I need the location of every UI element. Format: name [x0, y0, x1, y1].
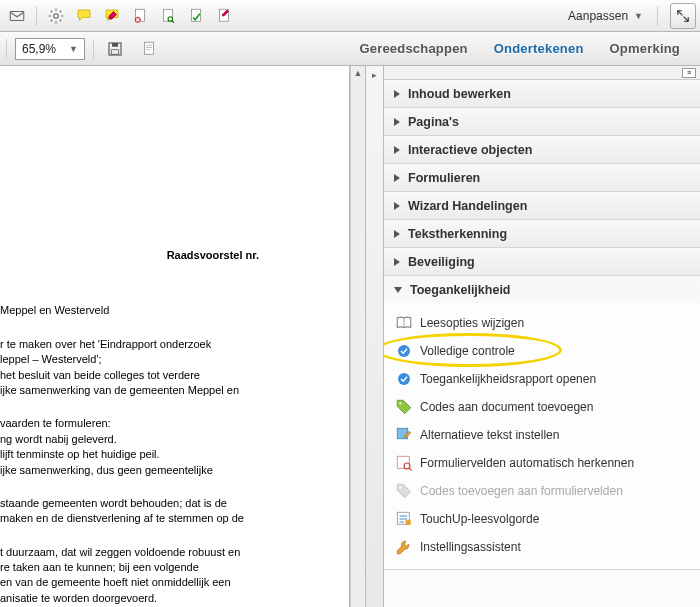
- triangle-right-icon: [394, 118, 400, 126]
- tab-comment[interactable]: Opmerking: [608, 37, 682, 60]
- check-badge-icon: [394, 341, 414, 361]
- svg-rect-0: [10, 11, 24, 20]
- svg-point-1: [54, 13, 59, 18]
- customize-menu[interactable]: Aanpassen ▼: [560, 7, 651, 25]
- triangle-down-icon: [394, 287, 402, 293]
- chevron-down-icon: ▼: [69, 44, 78, 54]
- doc-text: staande gemeenten wordt behouden; dat is…: [0, 496, 339, 527]
- image-edit-icon: [394, 425, 414, 445]
- doc-search-icon[interactable]: [155, 3, 181, 29]
- section-forms[interactable]: Formulieren: [384, 164, 700, 191]
- page-icon[interactable]: [136, 36, 162, 62]
- triangle-right-icon: [394, 258, 400, 266]
- tab-sign[interactable]: Ondertekenen: [492, 37, 586, 60]
- doc-text: vaarden te formuleren: ng wordt nabij ge…: [0, 416, 339, 478]
- triangle-right-icon: [394, 146, 400, 154]
- svg-point-12: [398, 345, 410, 357]
- tool-alt-text[interactable]: Alternatieve tekst instellen: [384, 421, 700, 449]
- triangle-right-icon: [394, 202, 400, 210]
- tag-disabled-icon: [394, 481, 414, 501]
- tool-add-tags-form: Codes toevoegen aan formuliervelden: [384, 477, 700, 505]
- panel-menu-icon[interactable]: ≡: [682, 68, 696, 78]
- reading-order-icon: [394, 509, 414, 529]
- doc-check-icon[interactable]: [183, 3, 209, 29]
- section-action-wizard[interactable]: Wizard Handelingen: [384, 192, 700, 219]
- section-accessibility[interactable]: Toegankelijkheid: [384, 276, 700, 303]
- gear-icon[interactable]: [43, 3, 69, 29]
- mail-icon[interactable]: [4, 3, 30, 29]
- book-icon: [394, 313, 414, 333]
- doc-text: Meppel en Westerveld: [0, 303, 339, 318]
- tab-tools[interactable]: Gereedschappen: [357, 37, 469, 60]
- tool-full-check[interactable]: Volledige controle: [384, 337, 700, 365]
- section-security[interactable]: Beveiliging: [384, 248, 700, 275]
- zoom-level-combo[interactable]: 65,9% ▼: [15, 38, 85, 60]
- tag-icon: [394, 397, 414, 417]
- tool-open-report[interactable]: Toegankelijkheidsrapport openen: [384, 365, 700, 393]
- tools-panel: ≡ Inhoud bewerken Pagina's Interactieve …: [384, 66, 700, 607]
- svg-rect-10: [111, 49, 119, 54]
- report-icon: [394, 369, 414, 389]
- panel-rail: ▸: [366, 66, 384, 607]
- section-content-edit[interactable]: Inhoud bewerken: [384, 80, 700, 107]
- svg-rect-11: [145, 42, 154, 54]
- triangle-right-icon: [394, 90, 400, 98]
- section-pages[interactable]: Pagina's: [384, 108, 700, 135]
- triangle-right-icon: [394, 174, 400, 182]
- svg-point-14: [399, 402, 401, 404]
- form-detect-icon: [394, 453, 414, 473]
- wrench-icon: [394, 537, 414, 557]
- rail-collapse-icon[interactable]: ▸: [372, 68, 377, 82]
- comment-bubble-icon[interactable]: [71, 3, 97, 29]
- edit-comment-icon[interactable]: [99, 3, 125, 29]
- tool-add-tags[interactable]: Codes aan document toevoegen: [384, 393, 700, 421]
- tool-read-options[interactable]: Leesopties wijzigen: [384, 309, 700, 337]
- doc-heading: Raadsvoorstel nr.: [0, 248, 259, 263]
- tool-touchup-reading-order[interactable]: TouchUp-leesvolgorde: [384, 505, 700, 533]
- save-icon[interactable]: [102, 36, 128, 62]
- svg-rect-9: [112, 43, 118, 47]
- vertical-scrollbar[interactable]: ▲: [350, 66, 366, 607]
- svg-rect-16: [397, 456, 409, 468]
- doc-edit-icon[interactable]: [211, 3, 237, 29]
- scroll-up-icon[interactable]: ▲: [351, 66, 365, 80]
- triangle-right-icon: [394, 230, 400, 238]
- fullscreen-button[interactable]: [670, 3, 696, 29]
- document-view[interactable]: Raadsvoorstel nr. Meppel en Westerveld r…: [0, 66, 350, 607]
- tool-detect-form-fields[interactable]: Formuliervelden automatisch herkennen: [384, 449, 700, 477]
- svg-point-13: [398, 373, 410, 385]
- section-interactive-objects[interactable]: Interactieve objecten: [384, 136, 700, 163]
- doc-text: t duurzaam, dat wil zeggen voldoende rob…: [0, 545, 339, 607]
- svg-point-18: [399, 486, 401, 488]
- chevron-down-icon: ▼: [634, 11, 643, 21]
- section-ocr[interactable]: Tekstherkenning: [384, 220, 700, 247]
- zoom-value: 65,9%: [22, 42, 56, 56]
- doc-delete-icon[interactable]: [127, 3, 153, 29]
- svg-rect-20: [406, 520, 411, 525]
- customize-label: Aanpassen: [568, 9, 628, 23]
- doc-text: r te maken over het 'Eindrapport onderzo…: [0, 337, 339, 399]
- tool-setup-assistant[interactable]: Instellingsassistent: [384, 533, 700, 561]
